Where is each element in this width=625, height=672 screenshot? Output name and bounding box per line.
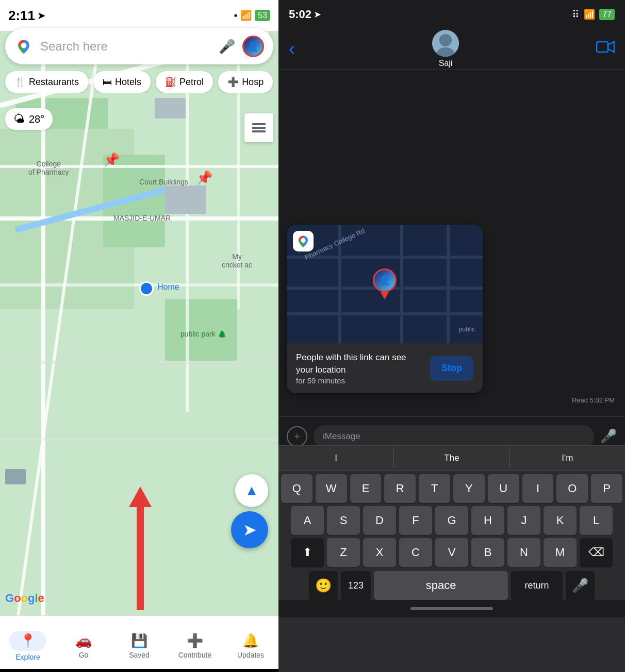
court-pin-icon: 📌 xyxy=(196,170,212,186)
autocomplete-bar: I The I'm xyxy=(278,445,625,471)
updates-nav-item[interactable]: 🔔 Updates xyxy=(223,616,278,672)
saved-icon: 💾 xyxy=(131,633,147,649)
restaurants-label: Restaurants xyxy=(29,77,79,88)
explore-label: Explore xyxy=(15,653,40,661)
court-pin: 📌 xyxy=(196,170,212,186)
left-panel: 2:11 ➤ ▪️ 📶 53 Search here 🎤 👤 🍴 Restaur… xyxy=(0,0,278,672)
back-button[interactable]: ‹ xyxy=(289,38,295,60)
dictation-key[interactable]: 🎤 xyxy=(566,571,595,600)
location-share-card: Pharmacy College Rd public 👤 xyxy=(287,225,483,393)
petrol-filter[interactable]: ⛽ Petrol xyxy=(156,71,213,93)
college-pharmacy-label: Collegeof Pharmacy xyxy=(28,160,69,176)
petrol-label: Petrol xyxy=(179,77,204,88)
restaurant-icon: 🍴 xyxy=(14,76,26,88)
my-location-button[interactable]: ▲ xyxy=(235,474,268,507)
explore-nav-item[interactable]: 📍 Explore xyxy=(0,616,56,672)
key-x[interactable]: X xyxy=(363,538,396,567)
red-arrow-shaft xyxy=(137,507,144,610)
public-label: public xyxy=(459,326,475,333)
key-r[interactable]: R xyxy=(384,474,416,503)
petrol-icon: ⛽ xyxy=(165,76,176,88)
video-icon xyxy=(596,40,615,54)
hospital-label: Hosp xyxy=(242,77,264,88)
numbers-key[interactable]: 123 xyxy=(341,571,371,600)
key-n[interactable]: N xyxy=(507,538,540,567)
temperature: 28° xyxy=(29,113,44,125)
stop-button[interactable]: Stop xyxy=(430,356,473,381)
space-key[interactable]: space xyxy=(374,571,508,600)
key-w[interactable]: W xyxy=(316,474,347,503)
google-logo: Google xyxy=(5,592,44,605)
return-key[interactable]: return xyxy=(511,571,563,600)
key-m[interactable]: M xyxy=(544,538,577,567)
video-call-button[interactable] xyxy=(596,40,615,58)
keyboard-row-3: ⬆ Z X C V B N M ⌫ xyxy=(278,535,625,567)
svg-rect-4 xyxy=(252,130,266,132)
key-k[interactable]: K xyxy=(544,506,577,535)
key-e[interactable]: E xyxy=(350,474,382,503)
bottom-navigation: 📍 Explore 🚗 Go 💾 Saved ➕ Contribute 🔔 Up… xyxy=(0,615,278,672)
key-c[interactable]: C xyxy=(399,538,432,567)
key-b[interactable]: B xyxy=(471,538,504,567)
contact-name: Saji xyxy=(439,59,453,68)
contribute-nav-item[interactable]: ➕ Contribute xyxy=(167,616,223,672)
key-o[interactable]: O xyxy=(556,474,588,503)
autocomplete-im[interactable]: I'm xyxy=(510,449,625,467)
svg-rect-3 xyxy=(252,127,266,129)
key-v[interactable]: V xyxy=(435,538,468,567)
key-i[interactable]: I xyxy=(522,474,554,503)
message-input[interactable]: iMessage xyxy=(314,425,594,448)
shift-key[interactable]: ⬆ xyxy=(291,538,324,567)
autocomplete-i[interactable]: I xyxy=(278,449,394,467)
user-avatar[interactable]: 👤 xyxy=(242,36,264,57)
left-time: 2:11 xyxy=(8,8,35,24)
mic-button[interactable]: 🎤 xyxy=(600,428,617,444)
key-q[interactable]: Q xyxy=(281,474,313,503)
keyboard-row-4: 🙂 123 space return 🎤 xyxy=(278,567,625,600)
wifi-icon-right: 📶 xyxy=(584,9,595,20)
directions-button[interactable]: ➤ xyxy=(231,511,268,548)
key-j[interactable]: J xyxy=(507,506,540,535)
key-g[interactable]: G xyxy=(435,506,468,535)
dots-icon: ⠿ xyxy=(572,8,580,21)
battery-indicator: 77 xyxy=(599,9,615,20)
autocomplete-the[interactable]: The xyxy=(394,449,509,467)
key-y[interactable]: Y xyxy=(453,474,485,503)
key-d[interactable]: D xyxy=(363,506,396,535)
key-h[interactable]: H xyxy=(471,506,504,535)
delete-key[interactable]: ⌫ xyxy=(580,538,613,567)
layers-button[interactable] xyxy=(244,113,273,142)
home-marker xyxy=(139,281,154,296)
hospital-filter[interactable]: ➕ Hosp xyxy=(218,71,273,93)
svg-point-10 xyxy=(301,238,306,243)
go-nav-item[interactable]: 🚗 Go xyxy=(56,616,111,672)
mini-map: Pharmacy College Rd public 👤 xyxy=(287,225,483,343)
court-buildings-label: Court Buildings xyxy=(139,178,188,186)
key-p[interactable]: P xyxy=(591,474,622,503)
mini-road-v3 xyxy=(447,225,450,343)
key-f[interactable]: F xyxy=(399,506,432,535)
hotels-filter[interactable]: 🛏 Hotels xyxy=(93,71,151,93)
emoji-key[interactable]: 🙂 xyxy=(309,571,338,600)
home-indicator-left xyxy=(0,669,278,672)
key-s[interactable]: S xyxy=(327,506,360,535)
key-l[interactable]: L xyxy=(580,506,613,535)
wifi-icon: 📶 xyxy=(240,10,252,21)
key-t[interactable]: T xyxy=(419,474,450,503)
hotel-icon: 🛏 xyxy=(103,77,112,88)
red-arrow-annotation xyxy=(129,486,152,610)
saved-nav-item[interactable]: 💾 Saved xyxy=(111,616,167,672)
key-z[interactable]: Z xyxy=(327,538,360,567)
graduation-pin-icon: 📌 xyxy=(103,152,120,167)
mini-road-h3 xyxy=(287,312,483,315)
mini-road-v2 xyxy=(400,225,403,343)
add-button[interactable]: + xyxy=(287,426,307,447)
restaurants-filter[interactable]: 🍴 Restaurants xyxy=(5,71,88,93)
mic-icon[interactable]: 🎤 xyxy=(219,39,235,55)
keyboard-row-1: Q W E R T Y U I O P xyxy=(278,471,625,503)
updates-icon: 🔔 xyxy=(242,633,259,649)
read-receipt: Read 5:02 PM xyxy=(287,396,617,404)
search-bar[interactable]: Search here 🎤 👤 xyxy=(5,28,273,64)
key-u[interactable]: U xyxy=(488,474,519,503)
key-a[interactable]: A xyxy=(291,506,324,535)
